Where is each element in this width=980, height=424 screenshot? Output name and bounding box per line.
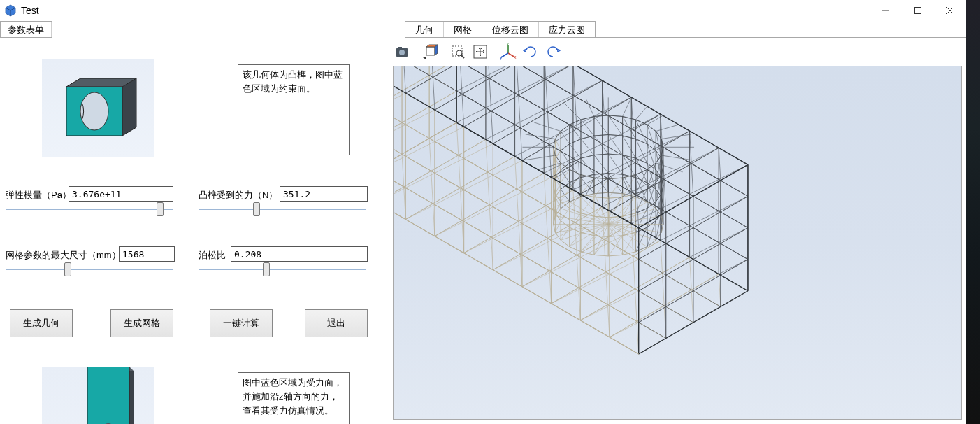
svg-line-1418 [519, 95, 521, 128]
generate-geometry-button[interactable]: 生成几何 [10, 309, 73, 337]
svg-line-1269 [693, 275, 721, 291]
rotate-cw-icon[interactable] [542, 41, 563, 62]
axes-icon[interactable]: z x y [498, 41, 519, 62]
svg-line-1407 [546, 66, 573, 80]
tab-displacement[interactable]: 位移云图 [482, 22, 539, 37]
svg-line-125 [546, 206, 548, 239]
svg-line-105 [517, 189, 519, 222]
zoom-fit-icon[interactable] [470, 41, 491, 62]
rubberband-zoom-icon[interactable] [447, 41, 468, 62]
svg-line-351 [493, 175, 522, 192]
svg-line-305 [435, 190, 464, 204]
generate-mesh-button[interactable]: 生成网格 [110, 309, 173, 337]
exit-button[interactable]: 退出 [305, 309, 368, 337]
svg-line-1449 [549, 145, 579, 162]
input-poisson[interactable] [231, 246, 368, 262]
svg-line-1000 [608, 225, 622, 255]
svg-line-1148 [603, 192, 632, 206]
svg-line-675 [555, 183, 561, 195]
svg-line-34 [501, 53, 508, 57]
svg-line-885 [623, 232, 636, 255]
minimize-button[interactable] [870, 0, 902, 21]
close-button[interactable] [934, 0, 966, 21]
svg-line-955 [608, 174, 622, 194]
svg-line-1515 [570, 175, 581, 188]
svg-line-481 [394, 122, 402, 139]
svg-line-1399 [462, 94, 491, 111]
svg-line-1408 [573, 66, 575, 97]
slider-thumb-mesh[interactable] [64, 262, 71, 276]
svg-line-401 [580, 289, 610, 306]
svg-line-210 [635, 289, 637, 322]
svg-line-1099 [515, 66, 545, 78]
slider-mesh-size[interactable] [6, 269, 173, 270]
svg-line-1493 [691, 164, 693, 197]
svg-line-1532 [594, 115, 608, 117]
tab-stress[interactable]: 应力云图 [539, 22, 595, 37]
svg-line-1096 [515, 66, 545, 78]
svg-line-1362 [394, 66, 404, 76]
compute-button[interactable]: 一键计算 [210, 309, 273, 337]
svg-line-1218 [690, 179, 719, 194]
svg-line-360 [522, 272, 552, 287]
input-elastic-modulus[interactable] [69, 186, 173, 202]
svg-line-425 [610, 291, 639, 306]
svg-line-446 [429, 66, 456, 76]
description-bottom: 图中蓝色区域为受力面，并施加沿z轴方向的力，查看其受力仿真情况。 [238, 372, 350, 424]
tab-mesh[interactable]: 网格 [444, 22, 482, 37]
svg-line-466 [402, 76, 429, 92]
svg-line-1382 [405, 78, 433, 94]
slider-force[interactable] [199, 209, 366, 210]
svg-line-1394 [489, 78, 519, 95]
svg-line-1007 [570, 247, 581, 252]
svg-line-40 [456, 122, 459, 155]
svg-line-134 [464, 237, 491, 253]
svg-line-224 [664, 290, 691, 306]
titlebar: Test [0, 0, 966, 21]
svg-line-1027 [608, 192, 622, 194]
tab-geometry[interactable]: 几何 [405, 22, 444, 37]
maximize-button[interactable] [902, 0, 934, 21]
input-force[interactable] [280, 186, 368, 202]
label-force: 凸榫受到的力（N） [199, 189, 278, 202]
svg-line-114 [435, 220, 462, 236]
input-mesh-size[interactable] [119, 246, 175, 262]
svg-line-1017 [555, 209, 561, 216]
svg-line-1279 [693, 212, 721, 228]
svg-line-265 [394, 156, 405, 171]
svg-text:z: z [507, 43, 510, 46]
desktop-background-strip [966, 0, 980, 424]
svg-line-85 [487, 172, 489, 205]
svg-line-73 [394, 202, 405, 219]
svg-line-1013 [554, 225, 556, 233]
3d-viewport[interactable] [393, 66, 962, 420]
svg-line-405 [580, 274, 610, 289]
svg-line-535 [594, 179, 608, 197]
svg-line-1068 [486, 125, 515, 139]
camera-icon[interactable] [391, 41, 412, 62]
svg-line-695 [561, 150, 569, 163]
slider-thumb-poisson[interactable] [263, 262, 270, 276]
svg-line-605 [636, 120, 647, 144]
slider-elastic-modulus[interactable] [6, 209, 173, 210]
svg-line-100 [544, 173, 546, 206]
svg-line-1254 [721, 228, 748, 244]
svg-line-1522 [554, 139, 556, 148]
view-box-icon[interactable] [419, 41, 440, 62]
rotate-ccw-icon[interactable] [520, 41, 541, 62]
slider-thumb-elastic[interactable] [157, 202, 164, 216]
svg-line-486 [394, 91, 402, 107]
slider-poisson[interactable] [199, 269, 366, 270]
svg-line-1293 [666, 275, 693, 291]
slider-thumb-force[interactable] [253, 202, 260, 216]
svg-line-99 [517, 173, 544, 189]
svg-line-266 [394, 139, 405, 156]
svg-line-1467 [663, 131, 690, 147]
viewport-panel: z x y [389, 38, 966, 424]
svg-line-74 [394, 187, 404, 203]
svg-line-530 [608, 178, 622, 198]
svg-line-700 [570, 144, 581, 158]
svg-line-999 [623, 252, 636, 255]
svg-line-1319 [639, 243, 666, 260]
tab-param-form[interactable]: 参数表单 [1, 22, 52, 37]
